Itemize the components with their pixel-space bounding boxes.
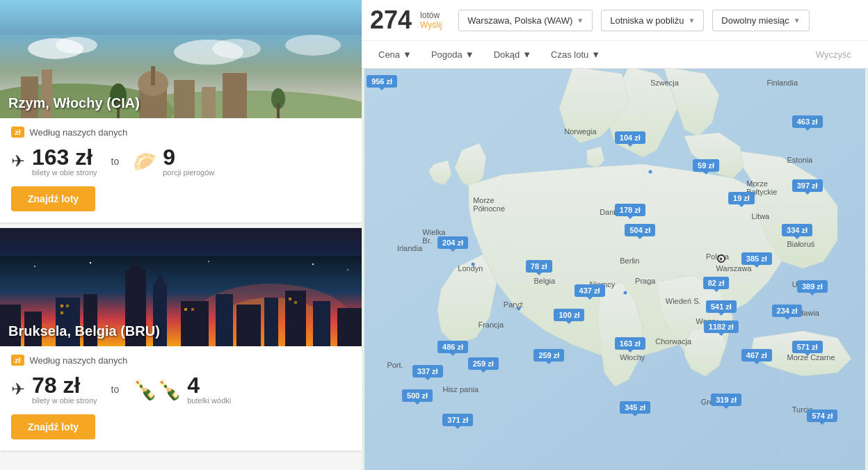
month-arrow-icon: ▼: [794, 17, 801, 24]
svg-rect-27: [134, 256, 137, 263]
flights-count: 274: [370, 6, 412, 35]
label-szwecja: Szwecja: [650, 79, 679, 87]
rome-price-label: bilety w obie strony: [32, 168, 97, 177]
dot-vienna: [623, 291, 627, 294]
label-estonia: Estonia: [787, 156, 813, 164]
price-574[interactable]: 574 zł: [807, 410, 837, 422]
price-19[interactable]: 19 zł: [728, 192, 755, 204]
svg-rect-8: [174, 80, 195, 118]
filter-czas-lotu-label: Czas lotu: [551, 49, 588, 60]
price-319[interactable]: 319 zł: [711, 394, 741, 406]
rome-data-source-text: Według naszych danych: [30, 127, 128, 138]
rome-to-text: to: [111, 156, 120, 167]
dot-1: [648, 170, 652, 173]
origin-arrow-icon: ▼: [577, 17, 584, 24]
brussels-data-source-text: Według naszych danych: [30, 355, 128, 366]
brussels-find-button[interactable]: Znajdź loty: [11, 414, 95, 439]
svg-rect-41: [61, 311, 63, 314]
brussels-price-block: 78 zł bilety w obie strony: [32, 374, 97, 405]
label-chorwacja: Chorwacja: [655, 337, 691, 346]
label-belgia: Belgia: [534, 277, 556, 285]
brussels-image: Bruksela, Belgia (BRU): [0, 228, 362, 346]
price-371[interactable]: 371 zł: [442, 414, 473, 426]
price-78[interactable]: 78 zł: [526, 260, 552, 273]
price-334[interactable]: 334 zł: [782, 224, 812, 236]
map-filters: Cena ▼ Pogoda ▼ Dokąd ▼ Czas lotu ▼ Wycz…: [362, 40, 868, 68]
brussels-price-label: bilety w obie strony: [32, 396, 97, 405]
dumplings-icon: 🥟: [133, 150, 157, 173]
price-1182[interactable]: 1182 zł: [704, 321, 739, 333]
rome-find-button[interactable]: Znajdź loty: [11, 186, 95, 211]
rome-item-label: porcji pierogów: [163, 168, 214, 177]
plane-icon-brussels: ✈: [11, 380, 25, 399]
price-204[interactable]: 204 zł: [437, 236, 468, 249]
price-104[interactable]: 104 zł: [615, 131, 645, 144]
filter-clear[interactable]: Wyczyść: [807, 45, 860, 64]
price-337[interactable]: 337 zł: [412, 365, 443, 378]
svg-rect-14: [277, 103, 280, 118]
price-234[interactable]: 234 zł: [772, 305, 803, 317]
rome-card-title: Rzym, Włochy (CIA): [8, 95, 140, 111]
flights-label-group: lotów Wyślij: [420, 10, 442, 30]
price-463[interactable]: 463 zł: [792, 115, 823, 128]
price-504[interactable]: 504 zł: [625, 224, 655, 236]
price-389[interactable]: 389 zł: [797, 280, 828, 293]
price-82[interactable]: 82 zł: [703, 277, 730, 289]
price-163[interactable]: 163 zł: [615, 337, 645, 350]
price-100[interactable]: 100 zł: [554, 309, 584, 321]
price-437[interactable]: 437 zł: [574, 284, 605, 297]
filter-cena[interactable]: Cena ▼: [370, 45, 420, 64]
price-956[interactable]: 956 zł: [367, 75, 397, 88]
svg-rect-10: [223, 73, 247, 118]
price-178[interactable]: 178 zł: [615, 204, 645, 216]
origin-dropdown[interactable]: Warszawa, Polska (WAW) ▼: [458, 10, 593, 31]
price-467[interactable]: 467 zł: [741, 349, 772, 362]
flights-label: lotów: [420, 10, 442, 20]
svg-point-49: [312, 264, 314, 266]
svg-point-18: [212, 39, 261, 58]
nearby-dropdown[interactable]: Lotniska w pobliżu ▼: [601, 10, 704, 31]
card-rome: Rzym, Włochy (CIA) zł Według naszych dan…: [0, 0, 362, 222]
rome-image: Rzym, Włochy (CIA): [0, 0, 362, 118]
svg-rect-37: [313, 301, 330, 346]
label-norwegia: Norwegia: [564, 127, 596, 136]
price-385[interactable]: 385 zł: [741, 252, 772, 265]
label-wlochy: Włochy: [620, 353, 645, 362]
price-486[interactable]: 486 zł: [437, 341, 468, 353]
svg-rect-45: [294, 301, 297, 304]
month-label: Dowolny miesiąc: [721, 15, 789, 26]
filter-czas-lotu[interactable]: Czas lotu ▼: [542, 45, 609, 64]
svg-point-48: [208, 261, 209, 262]
filter-dokad[interactable]: Dokąd ▼: [485, 45, 540, 64]
label-irlandia: Irlandia: [397, 244, 422, 252]
price-345[interactable]: 345 zł: [620, 401, 650, 414]
send-link[interactable]: Wyślij: [420, 20, 442, 30]
price-500[interactable]: 500 zł: [402, 389, 433, 402]
brussels-data-source: zł Według naszych danych: [11, 355, 351, 366]
price-259a[interactable]: 259 zł: [468, 357, 499, 370]
price-259b[interactable]: 259 zł: [533, 349, 564, 362]
map-area: Szwecja Finlandia Norwegia Estonia Morze…: [362, 67, 868, 470]
brussels-price: 78 zł: [32, 374, 97, 396]
price-397[interactable]: 397 zł: [792, 179, 823, 192]
svg-rect-42: [184, 308, 187, 311]
label-praga: Praga: [635, 277, 655, 285]
svg-point-47: [90, 262, 91, 264]
filter-pogoda[interactable]: Pogoda ▼: [423, 45, 483, 64]
rome-data-source: zł Według naszych danych: [11, 127, 351, 138]
price-541[interactable]: 541 zł: [706, 300, 737, 313]
price-59[interactable]: 59 zł: [693, 159, 719, 172]
dot-paris: [517, 307, 520, 311]
label-finlandia: Finlandia: [766, 79, 798, 87]
brussels-item-count: 4: [187, 374, 231, 396]
svg-rect-32: [181, 301, 209, 346]
svg-rect-7: [151, 66, 155, 86]
price-571[interactable]: 571 zł: [792, 341, 823, 353]
brussels-zl-badge: zł: [11, 355, 24, 366]
month-dropdown[interactable]: Dowolny miesiąc ▼: [712, 10, 809, 31]
label-berlin: Berlin: [620, 257, 639, 265]
dot-london: [472, 263, 475, 266]
svg-rect-39: [61, 305, 63, 307]
label-hiszpania: Hisz pania: [442, 385, 478, 394]
rome-count-block: 9 porcji pierogów: [163, 146, 214, 177]
